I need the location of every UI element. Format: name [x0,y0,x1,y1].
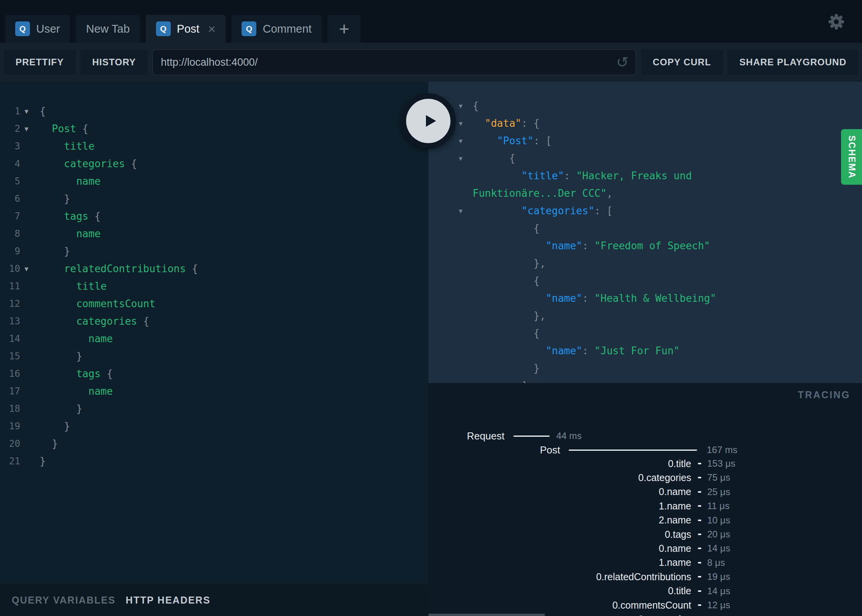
response-viewer[interactable]: ▾{▾ "data": {▾ "Post": [▾ { "title": "Ha… [428,82,862,383]
fold-gutter [20,208,33,225]
code-token: { [131,158,137,170]
query-editor[interactable]: 1▾{2▾ Post {3 title4 categories {5 name6… [0,82,428,584]
code-token: { [82,123,89,135]
fold-gutter [20,418,33,435]
code-token: "Freedom of Speech" [594,240,710,252]
tab-user[interactable]: QUser [5,15,70,43]
editor-line: 11 title [0,278,428,295]
fold-arrow-icon[interactable]: ▾ [20,260,33,278]
code-token: } [40,438,58,450]
reload-schema-icon[interactable]: ↺ [616,55,629,70]
tab-new-tab[interactable]: New Tab [76,15,140,43]
code-text: } [33,190,70,208]
close-tab-icon[interactable]: × [208,22,216,35]
code-token: : [582,240,594,252]
trace-dash [698,505,701,507]
trace-field-label: 0.tags [428,529,691,540]
trace-row: 0.name14 μs [428,542,862,554]
code-token: } [40,350,82,362]
code-token: "Hacker, Freaks und [576,170,692,182]
editor-line: 12 commentsCount [0,295,428,313]
line-number: 19 [0,418,20,435]
trace-field-label: 1.name [428,557,691,568]
tab-comment[interactable]: QComment [231,15,322,43]
trace-dash [698,534,701,535]
trace-row: 0.commentsCount12 μs [428,599,862,611]
code-text: Post { [33,120,88,138]
add-tab-button[interactable]: + [328,15,361,43]
trace-row: 0.relatedContributions19 μs [428,571,862,583]
editor-line: 21} [0,453,428,470]
code-text: { [466,220,540,237]
code-token: "Just For Fun" [594,345,680,357]
code-text: }, [466,307,546,325]
code-token: "Post" [497,135,534,147]
line-number: 18 [0,400,20,418]
code-token: : [ [534,135,552,147]
trace-dash [698,562,701,564]
trace-field-label: 0.name [428,486,691,497]
schema-sidetab[interactable]: SCHEMA [841,129,862,185]
code-token: }, [473,257,546,269]
tracing-horizontal-scrollbar[interactable] [428,614,545,616]
editor-line: 5 name [0,173,428,190]
query-variables-tab[interactable]: QUERY VARIABLES [12,595,116,606]
tab-post[interactable]: QPost× [146,15,226,43]
trace-dash [698,491,701,493]
editor-line: 20 } [0,435,428,453]
line-number: 12 [0,295,20,313]
code-token: name [40,333,113,345]
trace-span-bar [569,450,697,451]
prettify-button[interactable]: PRETTIFY [4,49,75,75]
trace-field-time: 12 μs [707,600,730,611]
trace-field-time: 10 μs [707,515,730,526]
code-text: { [466,325,540,342]
fold-gutter [20,400,33,418]
http-headers-tab[interactable]: HTTP HEADERS [126,595,210,606]
fold-gutter [20,190,33,208]
code-token: name [40,175,101,187]
fold-arrow-icon[interactable]: ▾ [428,202,466,220]
endpoint-url-input[interactable] [160,56,612,69]
tab-label: User [36,23,60,35]
fold-arrow-icon[interactable]: ▾ [20,103,33,120]
share-playground-button[interactable]: SHARE PLAYGROUND [728,49,858,75]
line-number: 17 [0,383,20,400]
code-text: "name": "Just For Fun" [466,342,680,360]
fold-arrow-icon[interactable]: ▾ [20,120,33,138]
line-number: 10 [0,260,20,278]
schema-sidetab-label: SCHEMA [846,135,857,179]
editor-line: 10▾ relatedContributions { [0,260,428,278]
history-button[interactable]: HISTORY [81,49,147,75]
fold-gutter [428,360,466,377]
line-number: 6 [0,190,20,208]
trace-field-time: 153 μs [707,458,736,469]
fold-arrow-icon[interactable]: ▾ [428,150,466,167]
fold-gutter [20,348,33,365]
fold-gutter [20,435,33,453]
copy-curl-button[interactable]: COPY CURL [641,49,723,75]
code-token: : [582,292,594,304]
code-token: { [473,100,479,112]
editor-footer: QUERY VARIABLES HTTP HEADERS [0,584,428,616]
editor-line: 3 title [0,138,428,155]
code-text: "name": "Health & Wellbeing" [466,290,716,307]
code-token: : { [521,117,540,129]
code-text: "categories": [ [466,202,613,220]
execute-query-button[interactable] [401,93,456,149]
endpoint-url-bar: ↺ [152,49,636,75]
settings-gear-icon[interactable] [827,12,846,31]
tracing-panel: TRACING Request 44 ms Post 167 ms 0.titl… [428,383,862,616]
response-line: "title": "Hacker, Freaks und [428,167,862,185]
response-line: } [428,360,862,377]
code-text: } [33,453,46,470]
code-token: name [40,228,101,240]
fold-gutter [428,325,466,342]
code-text: Funktionäre...Der CCC", [466,185,613,202]
code-text: }, [466,255,546,272]
toolbar: PRETTIFY HISTORY ↺ COPY CURL SHARE PLAYG… [0,43,862,82]
graphql-playground-window: QUserNew TabQPost×QComment + PRETTIFY HI… [0,0,862,616]
code-token: ] [473,380,527,383]
line-number: 9 [0,243,20,260]
trace-span-bar [513,436,550,437]
